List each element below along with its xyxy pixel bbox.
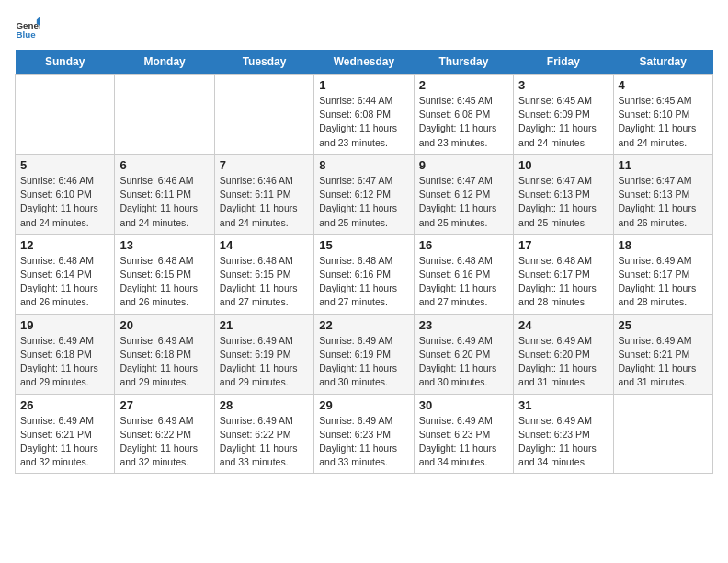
cell-info: Sunrise: 6:49 AM Sunset: 6:18 PM Dayligh… xyxy=(119,334,209,390)
date-number: 7 xyxy=(220,158,309,172)
calendar-cell: 20Sunrise: 6:49 AM Sunset: 6:18 PM Dayli… xyxy=(115,314,214,394)
date-number: 23 xyxy=(419,318,508,332)
date-number: 11 xyxy=(619,158,708,172)
calendar-cell: 4Sunrise: 6:45 AM Sunset: 6:10 PM Daylig… xyxy=(613,75,712,155)
calendar-cell: 22Sunrise: 6:49 AM Sunset: 6:19 PM Dayli… xyxy=(314,314,414,394)
cell-info: Sunrise: 6:46 AM Sunset: 6:11 PM Dayligh… xyxy=(220,174,309,230)
day-header-row: SundayMondayTuesdayWednesdayThursdayFrid… xyxy=(16,50,713,75)
calendar-cell: 11Sunrise: 6:47 AM Sunset: 6:13 PM Dayli… xyxy=(613,154,712,234)
day-header-sunday: Sunday xyxy=(16,50,115,75)
cell-info: Sunrise: 6:48 AM Sunset: 6:14 PM Dayligh… xyxy=(20,254,109,310)
calendar-cell: 16Sunrise: 6:48 AM Sunset: 6:16 PM Dayli… xyxy=(414,234,513,314)
cell-info: Sunrise: 6:47 AM Sunset: 6:13 PM Dayligh… xyxy=(518,174,608,230)
cell-info: Sunrise: 6:49 AM Sunset: 6:20 PM Dayligh… xyxy=(419,334,508,390)
date-number: 17 xyxy=(518,238,608,252)
cell-info: Sunrise: 6:48 AM Sunset: 6:17 PM Dayligh… xyxy=(518,254,608,310)
logo: General Blue xyxy=(15,15,44,40)
week-row-2: 5Sunrise: 6:46 AM Sunset: 6:10 PM Daylig… xyxy=(16,154,713,234)
cell-info: Sunrise: 6:44 AM Sunset: 6:08 PM Dayligh… xyxy=(319,94,408,150)
calendar-cell: 5Sunrise: 6:46 AM Sunset: 6:10 PM Daylig… xyxy=(16,154,115,234)
cell-info: Sunrise: 6:49 AM Sunset: 6:20 PM Dayligh… xyxy=(518,334,608,390)
date-number: 13 xyxy=(119,238,209,252)
cell-info: Sunrise: 6:49 AM Sunset: 6:21 PM Dayligh… xyxy=(619,334,708,390)
calendar-cell xyxy=(16,75,115,155)
date-number: 29 xyxy=(319,398,408,412)
calendar-cell: 17Sunrise: 6:48 AM Sunset: 6:17 PM Dayli… xyxy=(514,234,613,314)
cell-info: Sunrise: 6:49 AM Sunset: 6:23 PM Dayligh… xyxy=(518,414,608,470)
calendar-cell: 14Sunrise: 6:48 AM Sunset: 6:15 PM Dayli… xyxy=(214,234,313,314)
calendar-cell: 9Sunrise: 6:47 AM Sunset: 6:12 PM Daylig… xyxy=(414,154,513,234)
logo-icon: General Blue xyxy=(15,15,40,40)
calendar-cell: 3Sunrise: 6:45 AM Sunset: 6:09 PM Daylig… xyxy=(514,75,613,155)
cell-info: Sunrise: 6:48 AM Sunset: 6:16 PM Dayligh… xyxy=(419,254,508,310)
calendar-cell: 7Sunrise: 6:46 AM Sunset: 6:11 PM Daylig… xyxy=(214,154,313,234)
calendar-cell: 13Sunrise: 6:48 AM Sunset: 6:15 PM Dayli… xyxy=(115,234,214,314)
calendar-cell: 31Sunrise: 6:49 AM Sunset: 6:23 PM Dayli… xyxy=(514,394,613,474)
cell-info: Sunrise: 6:49 AM Sunset: 6:22 PM Dayligh… xyxy=(119,414,209,470)
calendar-cell: 24Sunrise: 6:49 AM Sunset: 6:20 PM Dayli… xyxy=(514,314,613,394)
cell-info: Sunrise: 6:49 AM Sunset: 6:18 PM Dayligh… xyxy=(20,334,109,390)
calendar-cell: 1Sunrise: 6:44 AM Sunset: 6:08 PM Daylig… xyxy=(314,75,414,155)
cell-info: Sunrise: 6:45 AM Sunset: 6:08 PM Dayligh… xyxy=(419,94,508,150)
calendar-cell: 21Sunrise: 6:49 AM Sunset: 6:19 PM Dayli… xyxy=(214,314,313,394)
day-header-thursday: Thursday xyxy=(414,50,513,75)
date-number: 15 xyxy=(319,238,408,252)
calendar-cell: 2Sunrise: 6:45 AM Sunset: 6:08 PM Daylig… xyxy=(414,75,513,155)
cell-info: Sunrise: 6:49 AM Sunset: 6:19 PM Dayligh… xyxy=(319,334,408,390)
calendar-cell xyxy=(214,75,313,155)
day-header-wednesday: Wednesday xyxy=(314,50,414,75)
calendar-cell: 12Sunrise: 6:48 AM Sunset: 6:14 PM Dayli… xyxy=(16,234,115,314)
calendar-cell: 19Sunrise: 6:49 AM Sunset: 6:18 PM Dayli… xyxy=(16,314,115,394)
date-number: 25 xyxy=(619,318,708,332)
cell-info: Sunrise: 6:45 AM Sunset: 6:09 PM Dayligh… xyxy=(518,94,608,150)
cell-info: Sunrise: 6:48 AM Sunset: 6:16 PM Dayligh… xyxy=(319,254,408,310)
calendar-table: SundayMondayTuesdayWednesdayThursdayFrid… xyxy=(15,50,713,474)
date-number: 24 xyxy=(518,318,608,332)
date-number: 26 xyxy=(20,398,109,412)
date-number: 19 xyxy=(20,318,109,332)
date-number: 5 xyxy=(20,158,109,172)
calendar-cell xyxy=(613,394,712,474)
week-row-3: 12Sunrise: 6:48 AM Sunset: 6:14 PM Dayli… xyxy=(16,234,713,314)
date-number: 10 xyxy=(518,158,608,172)
cell-info: Sunrise: 6:49 AM Sunset: 6:23 PM Dayligh… xyxy=(419,414,508,470)
week-row-4: 19Sunrise: 6:49 AM Sunset: 6:18 PM Dayli… xyxy=(16,314,713,394)
cell-info: Sunrise: 6:49 AM Sunset: 6:17 PM Dayligh… xyxy=(619,254,708,310)
calendar-cell: 18Sunrise: 6:49 AM Sunset: 6:17 PM Dayli… xyxy=(613,234,712,314)
calendar-cell: 27Sunrise: 6:49 AM Sunset: 6:22 PM Dayli… xyxy=(115,394,214,474)
cell-info: Sunrise: 6:46 AM Sunset: 6:11 PM Dayligh… xyxy=(119,174,209,230)
cell-info: Sunrise: 6:45 AM Sunset: 6:10 PM Dayligh… xyxy=(619,94,708,150)
cell-info: Sunrise: 6:48 AM Sunset: 6:15 PM Dayligh… xyxy=(220,254,309,310)
date-number: 21 xyxy=(220,318,309,332)
cell-info: Sunrise: 6:49 AM Sunset: 6:19 PM Dayligh… xyxy=(220,334,309,390)
calendar-cell: 10Sunrise: 6:47 AM Sunset: 6:13 PM Dayli… xyxy=(514,154,613,234)
calendar-cell: 25Sunrise: 6:49 AM Sunset: 6:21 PM Dayli… xyxy=(613,314,712,394)
date-number: 31 xyxy=(518,398,608,412)
date-number: 28 xyxy=(220,398,309,412)
date-number: 20 xyxy=(119,318,209,332)
date-number: 9 xyxy=(419,158,508,172)
date-number: 3 xyxy=(518,78,608,92)
calendar-cell: 30Sunrise: 6:49 AM Sunset: 6:23 PM Dayli… xyxy=(414,394,513,474)
cell-info: Sunrise: 6:49 AM Sunset: 6:21 PM Dayligh… xyxy=(20,414,109,470)
cell-info: Sunrise: 6:47 AM Sunset: 6:13 PM Dayligh… xyxy=(619,174,708,230)
date-number: 8 xyxy=(319,158,408,172)
calendar-cell: 23Sunrise: 6:49 AM Sunset: 6:20 PM Dayli… xyxy=(414,314,513,394)
week-row-1: 1Sunrise: 6:44 AM Sunset: 6:08 PM Daylig… xyxy=(16,75,713,155)
page-header: General Blue xyxy=(15,15,713,40)
day-header-friday: Friday xyxy=(514,50,613,75)
cell-info: Sunrise: 6:46 AM Sunset: 6:10 PM Dayligh… xyxy=(20,174,109,230)
date-number: 18 xyxy=(619,238,708,252)
calendar-cell: 8Sunrise: 6:47 AM Sunset: 6:12 PM Daylig… xyxy=(314,154,414,234)
calendar-cell xyxy=(115,75,214,155)
cell-info: Sunrise: 6:48 AM Sunset: 6:15 PM Dayligh… xyxy=(119,254,209,310)
date-number: 4 xyxy=(619,78,708,92)
cell-info: Sunrise: 6:49 AM Sunset: 6:23 PM Dayligh… xyxy=(319,414,408,470)
cell-info: Sunrise: 6:47 AM Sunset: 6:12 PM Dayligh… xyxy=(319,174,408,230)
calendar-cell: 6Sunrise: 6:46 AM Sunset: 6:11 PM Daylig… xyxy=(115,154,214,234)
date-number: 6 xyxy=(119,158,209,172)
date-number: 27 xyxy=(119,398,209,412)
date-number: 30 xyxy=(419,398,508,412)
calendar-cell: 15Sunrise: 6:48 AM Sunset: 6:16 PM Dayli… xyxy=(314,234,414,314)
date-number: 16 xyxy=(419,238,508,252)
